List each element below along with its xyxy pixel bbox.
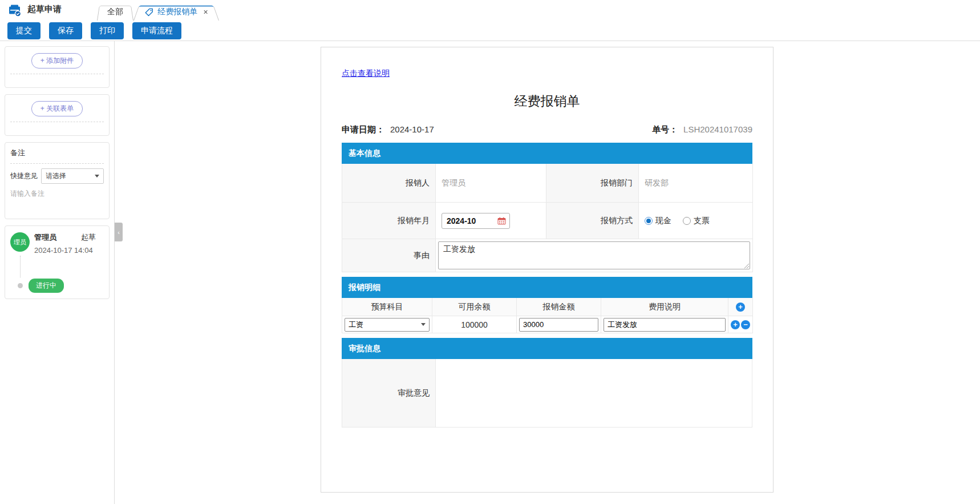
tag-icon [144, 7, 154, 17]
avatar: 理员 [10, 232, 30, 252]
page-title: 起草申请 [27, 4, 62, 17]
apply-flow-button[interactable]: 申请流程 [132, 22, 181, 39]
draft-form-icon [8, 4, 22, 17]
department-label: 报销部门 [546, 164, 639, 203]
col-amount: 报销金额 [517, 298, 601, 316]
approval-table: 审批意见 [342, 359, 752, 428]
remark-title: 备注 [10, 148, 104, 158]
radio-cash[interactable]: 现金 [645, 216, 671, 226]
tab-all[interactable]: 全部 [97, 3, 133, 21]
related-form-card: + 关联表单 [5, 94, 110, 136]
approval-opinion-value [436, 359, 752, 428]
amount-input[interactable]: 30000 [519, 318, 598, 332]
apply-date-label: 申请日期： [342, 124, 384, 135]
sidebar-collapse-handle[interactable]: ‹ [115, 223, 123, 241]
link-form-button[interactable]: + 关联表单 [31, 101, 83, 116]
section-approval: 审批信息 [342, 338, 752, 359]
radio-unselected-icon [683, 217, 691, 225]
basic-info-table: 报销人 管理员 报销部门 研发部 报销年月 2024-10 [342, 164, 752, 272]
approval-opinion-label: 审批意见 [342, 359, 436, 428]
flow-status-card: 理员 管理员 起草 2024-10-17 14:04 进行中 [5, 225, 110, 299]
status-badge: 进行中 [29, 279, 64, 293]
attachment-card: + 添加附件 [5, 46, 110, 88]
quick-opinion-label: 快捷意见 [10, 171, 38, 181]
divider [10, 163, 104, 164]
col-available-balance: 可用余额 [432, 298, 517, 316]
expense-note-input[interactable]: 工资发放 [604, 318, 726, 332]
section-basic-info: 基本信息 [342, 143, 752, 164]
main-area: 点击查看说明 经费报销单 申请日期： 2024-10-17 单号： LSH202… [115, 41, 980, 504]
doc-no-label: 单号： [652, 124, 678, 135]
plus-icon: + [41, 104, 44, 112]
content-area: + 添加附件 + 关联表单 备注 快捷意见 请选择 请输入备注 [0, 41, 980, 504]
add-row-icon[interactable]: + [736, 303, 745, 312]
tab-expense-form[interactable]: 经费报销单 × [133, 3, 219, 21]
flow-node-dot [18, 283, 23, 288]
chevron-down-icon [95, 175, 99, 178]
flow-user-name: 管理员 [34, 232, 56, 243]
add-row-icon[interactable]: + [731, 320, 740, 329]
reimburser-value: 管理员 [436, 164, 546, 203]
remove-row-icon[interactable]: − [741, 320, 750, 329]
reimburser-label: 报销人 [342, 164, 436, 203]
toolbar: 提交 保存 打印 申请流程 [0, 21, 980, 41]
month-label: 报销年月 [342, 203, 436, 239]
method-label: 报销方式 [546, 203, 639, 239]
radio-cheque[interactable]: 支票 [683, 216, 710, 226]
department-value: 研发部 [639, 164, 753, 203]
doc-no-value: LSH20241017039 [683, 124, 752, 134]
flow-timestamp: 2024-10-17 14:04 [34, 246, 104, 255]
reason-textarea[interactable]: 工资发放 [438, 241, 750, 269]
available-balance-value: 100000 [432, 316, 517, 333]
form-title: 经费报销单 [342, 92, 752, 110]
detail-table: 预算科目 可用余额 报销金额 费用说明 + 工资 100000 30000 [342, 298, 752, 333]
col-budget-subject: 预算科目 [342, 298, 432, 316]
print-button[interactable]: 打印 [91, 22, 124, 39]
top-bar: 起草申请 全部 经费报销单 × [0, 0, 980, 21]
add-attachment-button[interactable]: + 添加附件 [31, 53, 83, 68]
section-detail: 报销明细 [342, 277, 752, 298]
col-expense-note: 费用说明 [601, 298, 728, 316]
apply-date-value: 2024-10-17 [390, 124, 434, 134]
flow-connector-line [20, 256, 104, 277]
flow-action-label: 起草 [81, 232, 96, 243]
remark-card: 备注 快捷意见 请选择 请输入备注 [5, 142, 110, 219]
app-brand: 起草申请 [0, 0, 70, 21]
calendar-icon[interactable] [497, 217, 506, 225]
chevron-down-icon [421, 323, 426, 326]
sidebar: + 添加附件 + 关联表单 备注 快捷意见 请选择 请输入备注 [0, 41, 115, 504]
save-button[interactable]: 保存 [49, 22, 82, 39]
close-icon[interactable]: × [203, 8, 208, 16]
view-instructions-link[interactable]: 点击查看说明 [342, 68, 390, 79]
reason-label: 事由 [342, 239, 436, 272]
radio-selected-icon [645, 217, 653, 225]
table-row: 工资 [342, 316, 432, 333]
quick-opinion-select[interactable]: 请选择 [41, 168, 104, 184]
tab-bar: 全部 经费报销单 × [97, 0, 219, 21]
remark-input[interactable]: 请输入备注 [10, 189, 104, 199]
plus-icon: + [41, 57, 44, 64]
expense-form-panel: 点击查看说明 经费报销单 申请日期： 2024-10-17 单号： LSH202… [321, 47, 774, 493]
budget-subject-select[interactable]: 工资 [345, 318, 430, 332]
month-date-input[interactable]: 2024-10 [442, 213, 510, 229]
submit-button[interactable]: 提交 [7, 22, 41, 39]
